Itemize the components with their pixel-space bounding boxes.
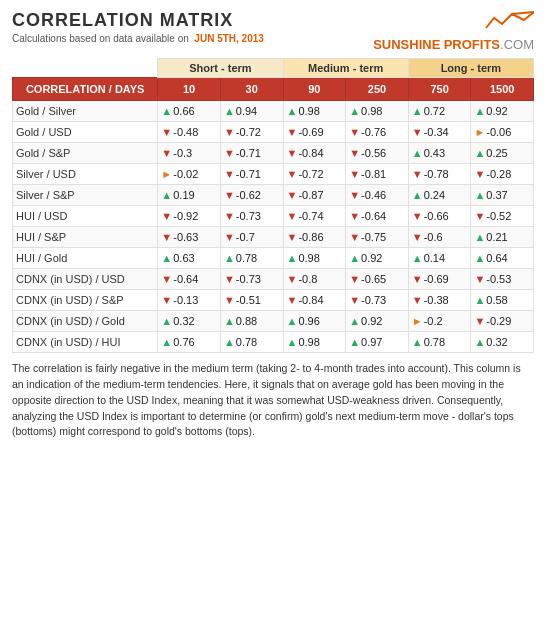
correlation-table: Short - term Medium - term Long - term C…	[12, 58, 534, 353]
val-cell: ▲0.78	[220, 248, 283, 269]
value-number: -0.73	[361, 294, 386, 306]
value-number: -0.72	[298, 168, 323, 180]
val-cell: ▼-0.28	[471, 164, 534, 185]
val-cell: ▼-0.63	[158, 227, 221, 248]
val-cell: ▼-0.71	[220, 143, 283, 164]
arrow-icon: ▼	[224, 189, 235, 201]
col-10: 10	[158, 78, 221, 101]
val-cell: ►-0.02	[158, 164, 221, 185]
arrow-icon: ▲	[287, 252, 298, 264]
value-number: -0.87	[298, 189, 323, 201]
arrow-icon: ▲	[412, 105, 423, 117]
arrow-icon: ▼	[349, 231, 360, 243]
arrow-icon: ▼	[349, 147, 360, 159]
value-number: -0.69	[298, 126, 323, 138]
arrow-icon: ▲	[161, 315, 172, 327]
arrow-icon: ▼	[287, 189, 298, 201]
val-cell: ▼-0.13	[158, 290, 221, 311]
value-number: 0.98	[298, 336, 319, 348]
value-number: 0.88	[236, 315, 257, 327]
arrow-icon: ▼	[161, 231, 172, 243]
value-number: -0.84	[298, 147, 323, 159]
arrow-icon: ▼	[287, 210, 298, 222]
table-row: Gold / USD▼-0.48▼-0.72▼-0.69▼-0.76▼-0.34…	[13, 122, 534, 143]
value-number: -0.81	[361, 168, 386, 180]
val-cell: ▼-0.73	[346, 290, 409, 311]
value-number: 0.92	[486, 105, 507, 117]
val-cell: ▼-0.3	[158, 143, 221, 164]
row-label: CDNX (in USD) / S&P	[13, 290, 158, 311]
value-number: -0.69	[424, 273, 449, 285]
value-number: 0.64	[486, 252, 507, 264]
val-cell: ▼-0.73	[220, 269, 283, 290]
val-cell: ▲0.37	[471, 185, 534, 206]
arrow-icon: ▼	[349, 294, 360, 306]
logo-profits: PROFITS.COM	[444, 37, 534, 52]
table-row: HUI / USD▼-0.92▼-0.73▼-0.74▼-0.64▼-0.66▼…	[13, 206, 534, 227]
table-row: Gold / S&P▼-0.3▼-0.71▼-0.84▼-0.56▲0.43▲0…	[13, 143, 534, 164]
value-number: -0.48	[173, 126, 198, 138]
arrow-icon: ▼	[349, 210, 360, 222]
value-number: -0.71	[236, 168, 261, 180]
row-label: Silver / USD	[13, 164, 158, 185]
val-cell: ▼-0.51	[220, 290, 283, 311]
arrow-icon: ▼	[224, 294, 235, 306]
val-cell: ▼-0.78	[408, 164, 471, 185]
value-number: -0.71	[236, 147, 261, 159]
value-number: 0.94	[236, 105, 257, 117]
value-number: -0.6	[424, 231, 443, 243]
val-cell: ▼-0.84	[283, 290, 346, 311]
val-cell: ▼-0.64	[158, 269, 221, 290]
value-number: 0.72	[424, 105, 445, 117]
arrow-icon: ▼	[412, 294, 423, 306]
arrow-icon: ▲	[287, 105, 298, 117]
arrow-icon: ►	[161, 168, 172, 180]
value-number: -0.72	[236, 126, 261, 138]
val-cell: ▼-0.72	[220, 122, 283, 143]
arrow-icon: ▼	[349, 168, 360, 180]
val-cell: ▲0.63	[158, 248, 221, 269]
table-row: Gold / Silver▲0.66▲0.94▲0.98▲0.98▲0.72▲0…	[13, 101, 534, 122]
table-row: CDNX (in USD) / HUI▲0.76▲0.78▲0.98▲0.97▲…	[13, 332, 534, 353]
table-row: Silver / USD►-0.02▼-0.71▼-0.72▼-0.81▼-0.…	[13, 164, 534, 185]
table-row: HUI / S&P▼-0.63▼-0.7▼-0.86▼-0.75▼-0.6▲0.…	[13, 227, 534, 248]
val-cell: ▼-0.38	[408, 290, 471, 311]
value-number: 0.24	[424, 189, 445, 201]
val-cell: ▲0.97	[346, 332, 409, 353]
value-number: -0.7	[236, 231, 255, 243]
arrow-icon: ▲	[474, 336, 485, 348]
value-number: -0.63	[173, 231, 198, 243]
arrow-icon: ▲	[349, 315, 360, 327]
val-cell: ▲0.96	[283, 311, 346, 332]
val-cell: ▼-0.66	[408, 206, 471, 227]
col-30: 30	[220, 78, 283, 101]
arrow-icon: ▲	[412, 252, 423, 264]
short-term-header: Short - term	[158, 59, 283, 78]
arrow-icon: ▲	[474, 294, 485, 306]
val-cell: ►-0.06	[471, 122, 534, 143]
arrow-icon: ▲	[474, 105, 485, 117]
val-cell: ▲0.98	[283, 332, 346, 353]
value-number: -0.02	[173, 168, 198, 180]
row-label: Gold / Silver	[13, 101, 158, 122]
page-container: CORRELATION MATRIX Calculations based on…	[0, 0, 546, 452]
arrow-icon: ▲	[224, 105, 235, 117]
val-cell: ▲0.76	[158, 332, 221, 353]
value-number: -0.2	[424, 315, 443, 327]
arrow-icon: ▲	[287, 315, 298, 327]
main-title: CORRELATION MATRIX	[12, 10, 264, 31]
val-cell: ▲0.58	[471, 290, 534, 311]
val-cell: ▼-0.87	[283, 185, 346, 206]
value-number: 0.37	[486, 189, 507, 201]
value-number: -0.64	[361, 210, 386, 222]
val-cell: ▼-0.86	[283, 227, 346, 248]
val-cell: ▼-0.72	[283, 164, 346, 185]
val-cell: ▲0.19	[158, 185, 221, 206]
value-number: -0.8	[298, 273, 317, 285]
value-number: 0.92	[361, 315, 382, 327]
value-number: 0.97	[361, 336, 382, 348]
value-number: 0.96	[298, 315, 319, 327]
arrow-icon: ▼	[224, 210, 235, 222]
val-cell: ▲0.98	[283, 101, 346, 122]
row-label: HUI / Gold	[13, 248, 158, 269]
